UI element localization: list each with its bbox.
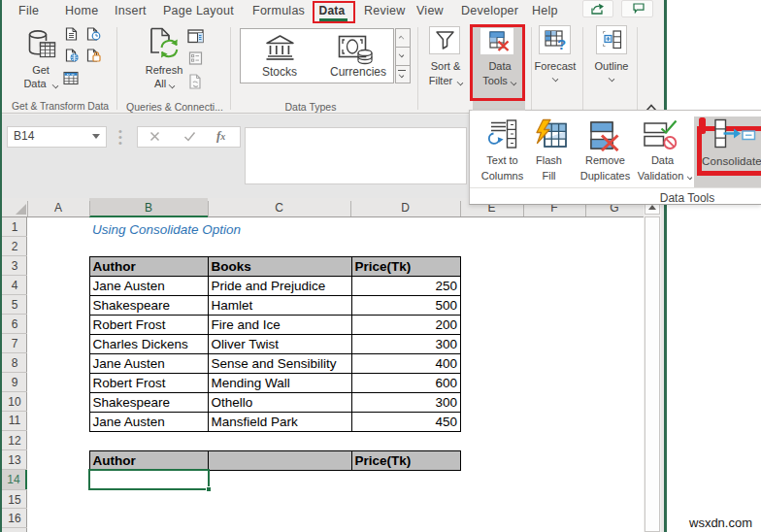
svg-text:?: ? bbox=[557, 36, 566, 51]
